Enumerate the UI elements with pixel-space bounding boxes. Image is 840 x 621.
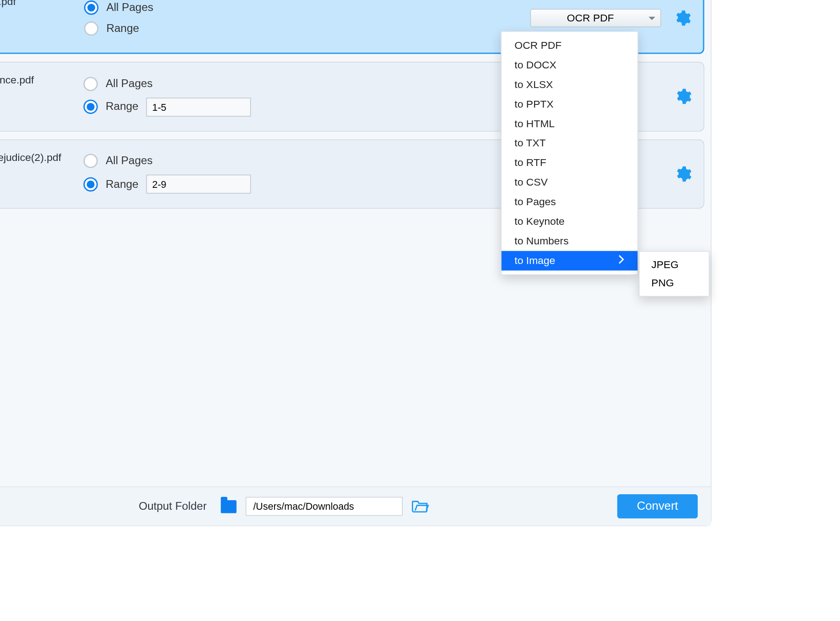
range-label: Range (106, 22, 139, 36)
file-size: 3.24 MB (0, 10, 73, 27)
format-select[interactable]: OCR PDF (530, 9, 661, 27)
all-pages-label: All Pages (106, 1, 153, 15)
gear-icon[interactable] (673, 9, 691, 27)
format-option[interactable]: to Image (502, 251, 638, 270)
file-meta: The Little Prince.pdf1.65 MB54 Pages (0, 72, 72, 122)
file-meta: scanned pdf.pdf3.24 MB1 Pages (0, 0, 73, 43)
file-name: pride-and-prejudice(2).pdf (0, 149, 72, 166)
convert-button[interactable]: Convert (617, 494, 697, 518)
format-option[interactable]: to CSV (502, 173, 638, 192)
file-size: 1.53 MB (0, 166, 72, 182)
format-option[interactable]: to PPTX (502, 94, 638, 114)
radio-range[interactable] (83, 100, 98, 114)
image-format-option[interactable]: PNG (639, 274, 709, 292)
format-option[interactable]: to Pages (502, 192, 638, 212)
output-path-field[interactable]: /Users/mac/Downloads (246, 497, 403, 516)
format-option[interactable]: to RTF (502, 153, 638, 173)
row-right (674, 88, 692, 106)
page-mode-group: All PagesRange (83, 77, 251, 116)
bottom-bar: + − Output Folder /Users/mac/Downloads C… (0, 486, 711, 526)
radio-all-pages[interactable] (83, 154, 98, 168)
file-pages: 54 Pages (0, 105, 72, 122)
format-option[interactable]: to TXT (502, 134, 638, 153)
gear-icon[interactable] (674, 88, 692, 106)
file-pages: 1 Pages (0, 27, 73, 44)
format-option[interactable]: to XLSX (502, 75, 638, 94)
format-option[interactable]: to DOCX (502, 55, 638, 75)
format-option[interactable]: to HTML (502, 114, 638, 134)
radio-all-pages[interactable] (84, 1, 99, 15)
range-input[interactable] (146, 98, 251, 116)
image-format-submenu: JPEGPNG (639, 251, 710, 296)
chevron-right-icon (618, 255, 624, 267)
app-window: Cisdem PDF Converter OCR Converter Creat… (0, 0, 711, 526)
file-name: scanned pdf.pdf (0, 0, 73, 10)
range-label: Range (106, 178, 139, 191)
radio-range[interactable] (83, 177, 98, 191)
page-mode-group: All PagesRange (83, 154, 251, 194)
format-option[interactable]: to Keynote (502, 212, 638, 232)
radio-all-pages[interactable] (83, 77, 98, 91)
file-size: 1.65 MB (0, 88, 72, 105)
file-name: The Little Prince.pdf (0, 72, 72, 88)
page-mode-group: All PagesRange (84, 1, 153, 36)
all-pages-label: All Pages (106, 155, 153, 168)
file-meta: pride-and-prejudice(2).pdf1.53 MB479 Pag… (0, 149, 72, 199)
gear-icon[interactable] (674, 165, 692, 183)
radio-range[interactable] (84, 21, 99, 36)
format-dropdown: OCR PDFto DOCXto XLSXto PPTXto HTMLto TX… (501, 31, 638, 275)
file-pages: 479 Pages (0, 182, 72, 199)
format-option[interactable]: to Numbers (502, 231, 638, 251)
row-right: OCR PDF (530, 9, 691, 27)
all-pages-label: All Pages (106, 77, 153, 90)
browse-folder-icon[interactable] (412, 498, 429, 515)
range-label: Range (106, 100, 139, 114)
range-input[interactable] (146, 175, 251, 194)
row-right (674, 165, 692, 183)
folder-icon (221, 500, 237, 513)
format-option[interactable]: OCR PDF (502, 36, 638, 55)
image-format-option[interactable]: JPEG (639, 255, 709, 274)
output-folder-label: Output Folder (139, 500, 207, 513)
